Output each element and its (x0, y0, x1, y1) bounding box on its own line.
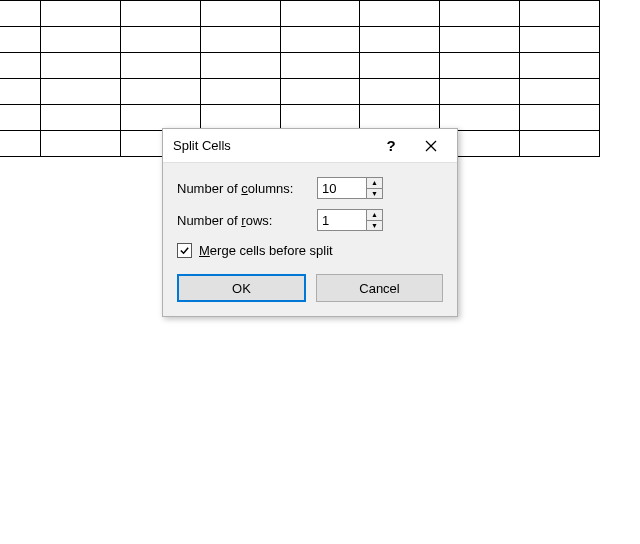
merge-label: Merge cells before split (199, 243, 333, 258)
columns-spin-buttons: ▲ ▼ (367, 177, 383, 199)
rows-spin-buttons: ▲ ▼ (367, 209, 383, 231)
merge-checkbox[interactable] (177, 243, 192, 258)
help-button[interactable]: ? (371, 131, 411, 161)
columns-spinner: ▲ ▼ (317, 177, 383, 199)
columns-spin-down[interactable]: ▼ (367, 189, 382, 199)
help-icon: ? (386, 137, 395, 154)
rows-input[interactable] (317, 209, 367, 231)
rows-spinner: ▲ ▼ (317, 209, 383, 231)
dialog-body: Number of columns: ▲ ▼ Number of rows: ▲… (163, 163, 457, 316)
close-icon (425, 140, 437, 152)
close-button[interactable] (411, 131, 451, 161)
titlebar[interactable]: Split Cells ? (163, 129, 457, 163)
check-icon (179, 245, 190, 256)
rows-spin-up[interactable]: ▲ (367, 210, 382, 221)
columns-row: Number of columns: ▲ ▼ (177, 177, 443, 199)
columns-label: Number of columns: (177, 181, 317, 196)
split-cells-dialog: Split Cells ? Number of columns: ▲ ▼ (162, 128, 458, 317)
ok-button[interactable]: OK (177, 274, 306, 302)
rows-row: Number of rows: ▲ ▼ (177, 209, 443, 231)
columns-input[interactable] (317, 177, 367, 199)
dialog-title: Split Cells (173, 138, 371, 153)
columns-spin-up[interactable]: ▲ (367, 178, 382, 189)
merge-row: Merge cells before split (177, 243, 443, 258)
rows-spin-down[interactable]: ▼ (367, 221, 382, 231)
cancel-button[interactable]: Cancel (316, 274, 443, 302)
rows-label: Number of rows: (177, 213, 317, 228)
buttons-row: OK Cancel (177, 274, 443, 302)
